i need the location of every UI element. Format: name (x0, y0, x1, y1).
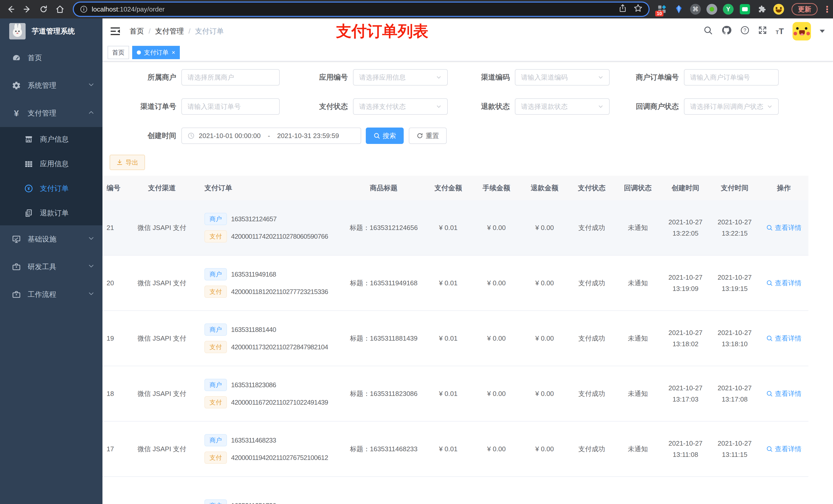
filter-label-create-time: 创建时间 (102, 131, 176, 141)
pay-amount: ¥ 0.01 (424, 443, 472, 455)
filter-label-merchant: 所属商户 (102, 72, 176, 82)
merchant-order-input[interactable] (684, 69, 779, 86)
extension-gem-icon[interactable] (673, 4, 685, 15)
create-time-range-picker[interactable]: 2021-10-01 00:00:00 - 2021-10-31 23:59:5… (181, 127, 361, 144)
tab-home[interactable]: 首页 (108, 46, 129, 59)
pay-tag: 支付 (205, 452, 227, 464)
breadcrumb-pay[interactable]: 支付管理 (155, 26, 184, 36)
caret-down-icon[interactable] (820, 30, 825, 33)
reset-button[interactable]: 重置 (409, 127, 447, 144)
merchant-tag: 商户 (205, 213, 227, 225)
help-icon[interactable]: ? (740, 26, 749, 37)
magnifier-icon (766, 446, 773, 452)
monitor-icon (10, 235, 23, 244)
home-button[interactable] (53, 3, 67, 16)
reload-button[interactable] (37, 3, 50, 16)
bookmark-star-icon[interactable] (634, 4, 642, 15)
extensions-puzzle-icon[interactable] (756, 4, 767, 15)
pay-order-cell: 商户 1635311949168 支付 42000011812021102777… (197, 268, 343, 298)
view-detail-link[interactable]: 查看详情 (766, 443, 802, 455)
sidebar-item-refund-order[interactable]: 退款订单 (0, 201, 102, 225)
channel-code-select[interactable]: 请输入渠道编码 (515, 69, 610, 86)
date-start[interactable]: 2021-10-01 00:00:00 (199, 132, 261, 140)
breadcrumb-home[interactable]: 首页 (129, 26, 144, 36)
merchant-input[interactable] (181, 69, 280, 86)
merchant-tag: 商户 (205, 499, 227, 504)
sidebar-item-app-info[interactable]: 应用信息 (0, 152, 102, 176)
sidebar-item-devtool[interactable]: 研发工具 (0, 253, 102, 281)
col-operation: 操作 (759, 182, 808, 194)
sidebar-item-infra[interactable]: 基础设施 (0, 225, 102, 253)
pay-order-cell: 商户 1635311823086 支付 42000011672021102710… (197, 379, 343, 408)
table-row: 20 微信 JSAPI 支付 商户 1635311949168 支付 42000… (102, 256, 808, 311)
font-size-icon[interactable]: TT (776, 27, 784, 36)
pay-channel: 微信 JSAPI 支付 (126, 443, 197, 455)
notify-status: 未通知 (615, 443, 661, 455)
fee-amount: ¥ 0.00 (472, 278, 521, 289)
pay-submenu: 商户信息 应用信息 ¥ 支付订单 退款订单 (0, 127, 102, 225)
search-button[interactable]: 搜索 (366, 127, 404, 144)
view-detail-link[interactable]: 查看详情 (766, 278, 802, 289)
extension-y-icon[interactable]: Y (723, 4, 734, 15)
address-bar[interactable]: localhost:1024/pay/order (74, 3, 648, 16)
pay-status: 支付成功 (569, 278, 615, 289)
fullscreen-icon[interactable] (758, 26, 767, 37)
search-icon (374, 133, 380, 139)
page-title: 支付订单列表 (336, 21, 428, 42)
profile-avatar-icon[interactable] (773, 4, 784, 15)
select-arrow-icon (598, 73, 603, 82)
refund-status-select[interactable]: 请选择退款状态 (515, 98, 610, 115)
tags-view: 首页 支付订单× (102, 44, 833, 62)
view-detail-link[interactable]: 查看详情 (766, 333, 802, 344)
tab-pay-order[interactable]: 支付订单× (132, 46, 180, 59)
col-notify: 回调状态 (615, 182, 661, 194)
col-id: 编号 (102, 182, 126, 194)
order-id: 19 (102, 333, 126, 344)
app-title: 芋道管理系统 (32, 26, 75, 36)
browser-menu-icon[interactable]: ⋮ (823, 4, 831, 14)
refund-amount: ¥ 0.00 (521, 443, 569, 455)
sidebar-item-workflow[interactable]: 工作流程 (0, 281, 102, 308)
table-header: 编号 支付渠道 支付订单 商品标题 支付金额 手续金额 退款金额 支付状态 回调… (102, 176, 808, 200)
sidebar-item-pay[interactable]: ¥ 支付管理 (0, 99, 102, 127)
col-channel: 支付渠道 (126, 182, 197, 194)
url-text[interactable]: localhost:1024/pay/order (92, 5, 165, 13)
view-detail-link[interactable]: 查看详情 (766, 222, 802, 233)
extension-chat-icon[interactable] (739, 4, 751, 15)
table-row: 19 微信 JSAPI 支付 商户 1635311881440 支付 42000… (102, 311, 808, 366)
browser-toolbar: localhost:1024/pay/order 10 ⌘ (0, 0, 833, 19)
app-logo[interactable]: 芋道管理系统 (0, 19, 102, 44)
sidebar-item-home[interactable]: 首页 (0, 44, 102, 72)
github-icon[interactable] (721, 25, 732, 38)
pay-channel: 微信 JSAPI 支付 (126, 278, 197, 289)
share-icon[interactable] (619, 4, 626, 14)
sidebar-item-system[interactable]: 系统管理 (0, 72, 102, 99)
sidebar-item-merchant-info[interactable]: 商户信息 (0, 127, 102, 152)
back-button[interactable] (4, 3, 18, 16)
table-row: 18 微信 JSAPI 支付 商户 1635311823086 支付 42000… (102, 366, 808, 422)
merchant-order-no: 1635311949168 (231, 269, 276, 280)
extension-command-icon[interactable]: ⌘ (690, 4, 701, 15)
search-icon[interactable] (704, 26, 713, 37)
site-info-icon[interactable] (80, 5, 88, 13)
extension-dot-icon[interactable] (707, 4, 717, 15)
sidebar-fold-icon[interactable] (110, 26, 120, 37)
merchant-tag: 商户 (205, 268, 227, 281)
tab-close-icon[interactable]: × (172, 49, 175, 55)
view-detail-link[interactable]: 查看详情 (766, 388, 802, 399)
channel-order-input[interactable] (181, 98, 280, 115)
app-select[interactable]: 请选择应用信息 (353, 69, 448, 86)
table-body: 21 微信 JSAPI 支付 商户 1635312124657 支付 42000… (102, 200, 808, 477)
pay-channel: 微信 JSAPI 支付 (126, 222, 197, 233)
sidebar-item-pay-order[interactable]: ¥ 支付订单 (0, 176, 102, 201)
forward-button[interactable] (21, 3, 34, 16)
notify-status-select[interactable]: 请选择订单回调商户状态 (684, 98, 779, 115)
export-button[interactable]: 导出 (110, 155, 145, 170)
date-end[interactable]: 2021-10-31 23:59:59 (277, 132, 339, 140)
browser-update-button[interactable]: 更新 (791, 3, 818, 15)
pay-status-select[interactable]: 请选择支付状态 (353, 98, 448, 115)
tab-active-dot (137, 50, 141, 54)
select-arrow-icon (436, 102, 442, 112)
user-avatar[interactable] (792, 22, 811, 41)
extension-blocks-icon[interactable]: 10 (656, 4, 668, 15)
